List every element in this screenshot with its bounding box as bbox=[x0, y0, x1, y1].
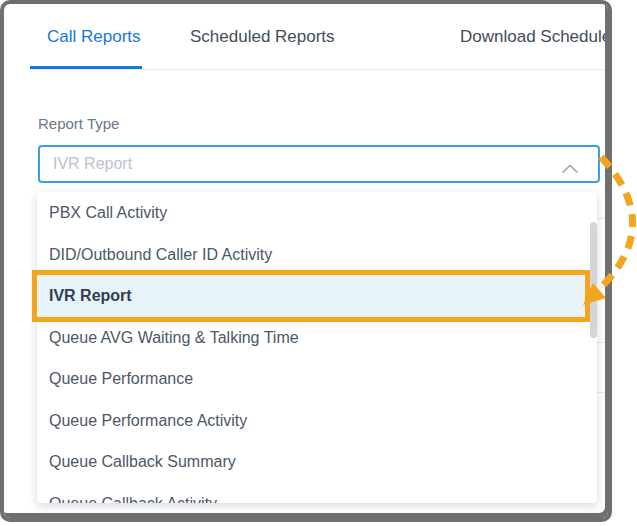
tab-call-reports[interactable]: Call Reports bbox=[47, 27, 141, 47]
report-type-dropdown: PBX Call Activity DID/Outbound Caller ID… bbox=[37, 192, 597, 503]
option-queue-performance[interactable]: Queue Performance bbox=[37, 358, 585, 400]
app-window: Call Reports Scheduled Reports Download … bbox=[0, 0, 637, 526]
scrollbar-thumb[interactable] bbox=[590, 222, 597, 338]
option-pbx-call-activity[interactable]: PBX Call Activity bbox=[37, 192, 585, 234]
option-queue-callback-activity[interactable]: Queue Callback Activity bbox=[37, 483, 585, 504]
report-type-label: Report Type bbox=[38, 115, 119, 132]
tab-scheduled-reports[interactable]: Scheduled Reports bbox=[190, 27, 335, 47]
option-queue-avg-waiting-talking-time[interactable]: Queue AVG Waiting & Talking Time bbox=[37, 317, 585, 359]
chevron-up-icon bbox=[561, 160, 579, 178]
background-row-line bbox=[597, 392, 605, 393]
option-queue-callback-summary[interactable]: Queue Callback Summary bbox=[37, 441, 585, 483]
background-row-line bbox=[597, 342, 605, 343]
option-ivr-report[interactable]: IVR Report bbox=[37, 275, 585, 317]
page-margin bbox=[612, 0, 637, 526]
tab-bar-divider bbox=[30, 69, 605, 70]
option-queue-performance-activity[interactable]: Queue Performance Activity bbox=[37, 400, 585, 442]
tab-download-schedule[interactable]: Download Schedule bbox=[460, 27, 611, 47]
option-did-outbound-caller-id-activity[interactable]: DID/Outbound Caller ID Activity bbox=[37, 234, 585, 276]
report-type-select[interactable]: IVR Report bbox=[38, 145, 600, 183]
select-value-text: IVR Report bbox=[53, 147, 132, 181]
background-row-line bbox=[597, 218, 605, 219]
